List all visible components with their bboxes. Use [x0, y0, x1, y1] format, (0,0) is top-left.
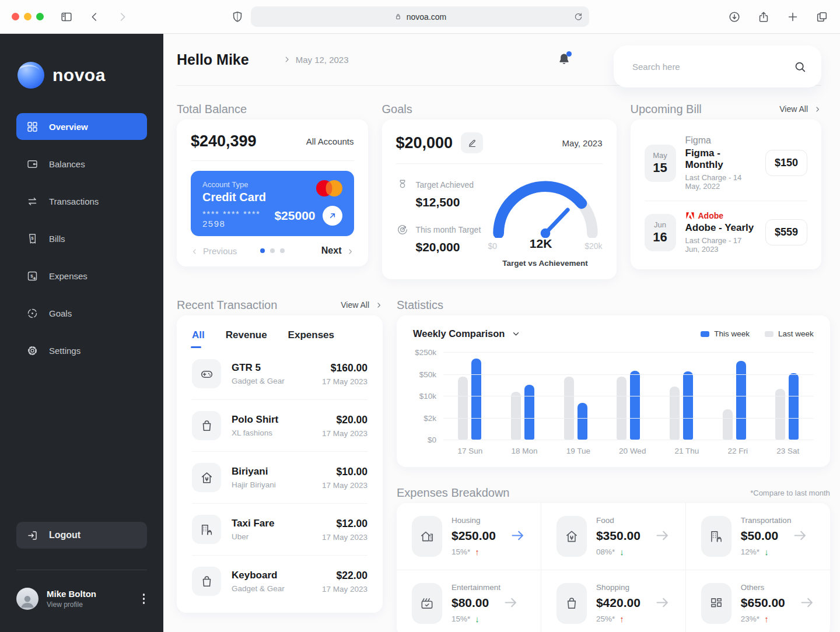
- this-week-swatch: [701, 331, 709, 337]
- transaction-row[interactable]: Polo Shirt XL fashions $20.00 17 May 202…: [192, 400, 368, 452]
- arrow-right-icon[interactable]: [510, 528, 526, 543]
- chart-x-axis: 17 Sun18 Mon19 Tue20 Wed21 Thu22 Fri23 S…: [443, 447, 814, 455]
- x-tick: 20 Wed: [619, 447, 646, 455]
- edit-goal-button[interactable]: [461, 132, 483, 153]
- gridline: [443, 440, 814, 440]
- forward-icon[interactable]: [116, 10, 129, 23]
- search-bar[interactable]: [614, 45, 821, 87]
- trend-down-icon: ↓: [764, 547, 769, 557]
- settings-icon: [26, 345, 38, 357]
- arrow-right-icon[interactable]: [792, 528, 808, 543]
- address-bar[interactable]: novoa.com: [251, 6, 589, 27]
- reload-icon[interactable]: [573, 12, 583, 22]
- tab-overview-icon[interactable]: [816, 10, 828, 23]
- bill-row: Jun16 Adobe Adobe - Yearly Last Charge -…: [645, 201, 808, 264]
- credit-card[interactable]: Account Type Credit Card **** **** **** …: [191, 171, 354, 236]
- y-tick: $50k: [419, 370, 436, 378]
- share-icon[interactable]: [757, 10, 770, 23]
- breadcrumb: May 12, 2023: [283, 55, 349, 65]
- minimize-window-button[interactable]: [24, 13, 32, 20]
- arrow-right-icon[interactable]: [799, 595, 815, 610]
- logout-button[interactable]: Logout: [16, 522, 147, 549]
- page-title: Hello Mike: [177, 51, 249, 68]
- next-card-button[interactable]: Next: [321, 245, 354, 256]
- card-pagination: Previous Next: [191, 245, 354, 256]
- total-balance-section: Total Balance $240,399 All Accounts Acco…: [177, 99, 368, 279]
- close-window-button[interactable]: [12, 13, 19, 20]
- transaction-amount: $20.00: [322, 414, 368, 426]
- window-controls: [12, 13, 44, 20]
- transaction-name: GTR 5: [232, 362, 312, 374]
- profile-view-link[interactable]: View profile: [47, 601, 96, 609]
- sidebar-item-expenses[interactable]: $ Expenses: [16, 262, 147, 289]
- target-amount: $20,000: [416, 240, 488, 254]
- upcoming-bill-card: May15 Figma Figma - Monthly Last Charge …: [631, 120, 822, 269]
- notifications-bell-icon[interactable]: [556, 52, 572, 67]
- fullscreen-window-button[interactable]: [36, 13, 44, 20]
- transaction-row[interactable]: GTR 5 Gadget & Gear $160.00 17 May 2023: [192, 348, 368, 400]
- statistics-section: Statistics Weekly Comparison This week L…: [397, 294, 830, 467]
- expense-percent: 15%*: [452, 615, 470, 623]
- grid-icon: [26, 121, 38, 133]
- sidebar-item-goals[interactable]: Goals: [16, 300, 147, 326]
- bar-this-week: [789, 373, 799, 440]
- arrow-right-icon[interactable]: [654, 595, 670, 610]
- pagination-dots[interactable]: [260, 248, 285, 253]
- search-icon[interactable]: [794, 61, 806, 73]
- transaction-row[interactable]: Biriyani Hajir Biriyani $10.00 17 May 20…: [192, 452, 368, 504]
- bill-amount-button[interactable]: $150: [765, 150, 807, 176]
- gridline: [443, 418, 814, 419]
- privacy-shield-icon[interactable]: [231, 10, 244, 23]
- bar-this-week: [736, 361, 746, 440]
- downloads-icon[interactable]: [728, 10, 741, 23]
- sidebar-item-balances[interactable]: Balances: [16, 150, 147, 177]
- tab-revenue[interactable]: Revenue: [226, 329, 267, 348]
- sidebar-item-bills[interactable]: $ Bills: [16, 225, 147, 252]
- sidebar-item-transactions[interactable]: Transactions: [16, 188, 147, 215]
- gridsm-icon: [701, 583, 732, 624]
- new-tab-icon[interactable]: [786, 10, 799, 23]
- transaction-date: 17 May 2023: [322, 429, 368, 438]
- gridline: [443, 396, 814, 396]
- bills-view-all-link[interactable]: View All: [779, 104, 821, 114]
- expense-amount: $350.00: [596, 529, 640, 543]
- back-icon[interactable]: [88, 10, 101, 23]
- weekly-comparison-dropdown[interactable]: Weekly Comparison: [413, 328, 520, 339]
- transaction-row[interactable]: Taxi Fare Uber $12.00 17 May 2023: [192, 504, 368, 556]
- profile-card[interactable]: Mike Bolton View profile: [16, 588, 147, 610]
- transaction-row[interactable]: Keyboard Gadget & Gear $22.00 17 May 202…: [192, 556, 368, 607]
- arrow-right-icon[interactable]: [654, 528, 670, 543]
- bag-icon: [556, 583, 587, 624]
- expense-percent: 08%*: [596, 547, 615, 556]
- brand-logo: novoa: [18, 62, 163, 89]
- expense-cell-entertainment: Entertainment $80.00 15%* ↓: [397, 570, 541, 632]
- sidebar-nav: Overview Balances Transactions $ Bills $…: [16, 113, 147, 364]
- browser-chrome: novoa.com: [0, 0, 840, 34]
- section-title-total-balance: Total Balance: [177, 103, 247, 116]
- profile-menu-icon[interactable]: [141, 591, 148, 606]
- expense-percent: 12%*: [741, 547, 760, 556]
- transactions-view-all-link[interactable]: View All: [341, 300, 383, 310]
- sidebar-item-overview[interactable]: Overview: [16, 113, 147, 140]
- tab-expenses[interactable]: Expenses: [288, 329, 334, 348]
- tab-all[interactable]: All: [192, 329, 205, 348]
- card-number: **** **** **** 2598: [202, 209, 274, 229]
- previous-card-button[interactable]: Previous: [191, 246, 237, 256]
- sidebar-item-settings[interactable]: Settings: [16, 337, 147, 364]
- bill-amount-button[interactable]: $559: [765, 219, 807, 245]
- trend-up-icon: ↑: [475, 547, 480, 557]
- sidebar-toggle-icon[interactable]: [60, 10, 73, 23]
- gamepad-icon: [192, 359, 221, 388]
- transaction-list: GTR 5 Gadget & Gear $160.00 17 May 2023 …: [192, 348, 368, 607]
- arrow-right-icon[interactable]: [503, 595, 519, 610]
- trend-down-icon: ↓: [620, 547, 624, 557]
- expense-percent: 23%*: [741, 615, 760, 623]
- weekly-bar-chart: $250k$50k$10k$2k$0: [413, 352, 814, 440]
- expense-cell-transportation: Transportation $50.00 12%* ↓: [686, 503, 830, 570]
- search-input[interactable]: [632, 62, 794, 72]
- expense-amount: $650.00: [741, 596, 785, 610]
- notification-dot: [566, 51, 572, 57]
- bill-name: Figma - Monthly: [685, 148, 756, 171]
- x-tick: 22 Fri: [727, 447, 748, 455]
- card-open-button[interactable]: [323, 206, 342, 226]
